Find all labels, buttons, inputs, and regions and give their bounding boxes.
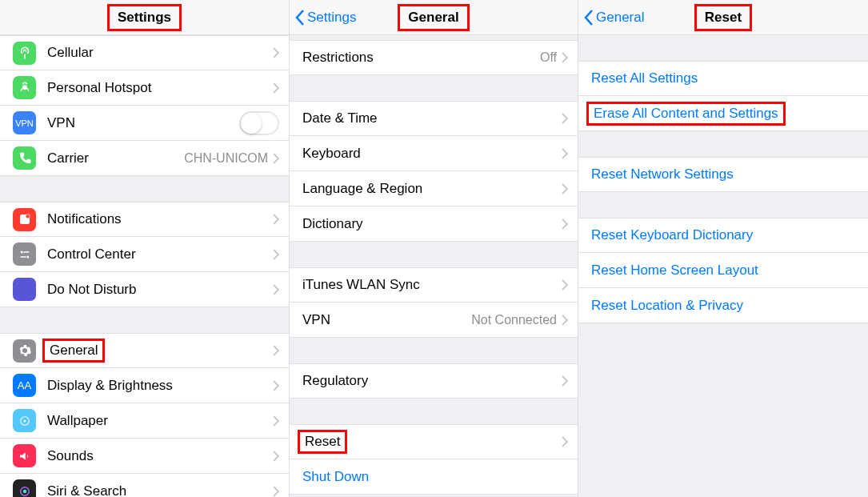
back-to-general[interactable]: General: [578, 9, 644, 26]
hotspot-label: Personal Hotspot: [47, 80, 151, 96]
general-navbar: Settings General: [290, 0, 578, 35]
vpn-toggle[interactable]: [239, 111, 279, 135]
back-settings-label: Settings: [307, 10, 356, 26]
chevron-right-icon: [273, 249, 279, 260]
settings-title-highlight: Settings: [107, 4, 182, 31]
chevron-right-icon: [273, 345, 279, 356]
chevron-right-icon: [273, 380, 279, 391]
row-erase-all[interactable]: Erase All Content and Settings: [578, 96, 868, 131]
vpn-status-value: Not Connected: [471, 313, 557, 327]
keyboard-label: Keyboard: [302, 146, 361, 162]
chevron-right-icon: [562, 183, 568, 194]
wallpaper-label: Wallpaper: [47, 413, 108, 429]
hotspot-icon: [13, 76, 36, 99]
chevron-right-icon: [273, 451, 279, 462]
vpn-status-label: VPN: [302, 312, 330, 328]
row-reset-home[interactable]: Reset Home Screen Layout: [578, 253, 868, 288]
chevron-right-icon: [562, 52, 568, 63]
svg-rect-3: [23, 251, 29, 253]
chevron-right-icon: [273, 284, 279, 295]
control-center-label: Control Center: [47, 246, 136, 263]
chevron-right-icon: [273, 82, 279, 94]
general-title-highlight: General: [398, 4, 469, 31]
row-hotspot[interactable]: Personal Hotspot: [0, 70, 289, 106]
row-reset-keyboard[interactable]: Reset Keyboard Dictionary: [578, 218, 868, 253]
vpn-icon: VPN: [13, 111, 36, 134]
display-icon: AA: [13, 374, 36, 397]
row-language[interactable]: Language & Region: [290, 171, 578, 206]
vpn-label: VPN: [47, 115, 75, 131]
row-itunes-sync[interactable]: iTunes WLAN Sync: [290, 267, 578, 303]
reset-content: Reset All Settings Erase All Content and…: [578, 35, 868, 497]
settings-navbar: Settings: [0, 0, 289, 35]
row-restrictions[interactable]: Restrictions Off: [290, 40, 578, 75]
siri-icon: [13, 479, 36, 497]
chevron-right-icon: [562, 279, 568, 291]
itunes-label: iTunes WLAN Sync: [302, 277, 420, 293]
row-display[interactable]: AA Display & Brightness: [0, 368, 289, 403]
settings-content: Cellular Personal Hotspot VPN VPN Carrie…: [0, 35, 289, 497]
erase-all-highlight: Erase All Content and Settings: [586, 102, 786, 126]
row-vpn[interactable]: VPN VPN: [0, 106, 289, 141]
chevron-right-icon: [562, 148, 568, 159]
control-center-icon: [13, 242, 36, 266]
chevron-right-icon: [273, 415, 279, 427]
carrier-label: Carrier: [47, 150, 89, 166]
reset-navbar: General Reset: [578, 0, 868, 35]
shutdown-label: Shut Down: [302, 469, 369, 485]
erase-all-label: Erase All Content and Settings: [591, 103, 781, 124]
svg-rect-5: [20, 256, 26, 258]
row-vpn-status[interactable]: VPN Not Connected: [290, 303, 578, 338]
wallpaper-icon: [13, 409, 36, 432]
reset-location-label: Reset Location & Privacy: [591, 298, 743, 314]
general-label: General: [47, 340, 100, 361]
row-siri[interactable]: Siri & Search: [0, 474, 289, 497]
dictionary-label: Dictionary: [302, 216, 363, 232]
row-general[interactable]: General: [0, 333, 289, 368]
row-reset-network[interactable]: Reset Network Settings: [578, 157, 868, 192]
row-reset-location[interactable]: Reset Location & Privacy: [578, 288, 868, 323]
row-datetime[interactable]: Date & Time: [290, 101, 578, 136]
row-notifications[interactable]: Notifications: [0, 202, 289, 237]
settings-panel: Settings Cellular Personal Hotspot VPN V…: [0, 0, 290, 497]
siri-label: Siri & Search: [47, 483, 126, 498]
svg-point-1: [26, 214, 30, 218]
chevron-right-icon: [562, 315, 568, 326]
general-icon: [13, 339, 36, 363]
row-sounds[interactable]: Sounds: [0, 439, 289, 474]
regulatory-label: Regulatory: [302, 373, 368, 389]
row-carrier[interactable]: Carrier CHN-UNICOM: [0, 141, 289, 176]
back-to-settings[interactable]: Settings: [290, 9, 356, 26]
reset-all-label: Reset All Settings: [591, 70, 698, 86]
row-wallpaper[interactable]: Wallpaper: [0, 403, 289, 439]
chevron-right-icon: [273, 47, 279, 58]
reset-label: Reset: [302, 431, 342, 452]
display-label: Display & Brightness: [47, 378, 173, 394]
chevron-right-icon: [562, 218, 568, 230]
dnd-label: Do Not Disturb: [47, 282, 136, 298]
general-highlight: General: [42, 339, 105, 363]
row-shutdown[interactable]: Shut Down: [290, 459, 578, 495]
row-reset[interactable]: Reset: [290, 424, 578, 459]
row-keyboard[interactable]: Keyboard: [290, 136, 578, 171]
svg-point-7: [23, 419, 26, 422]
language-label: Language & Region: [302, 181, 422, 197]
chevron-left-icon: [294, 9, 306, 26]
svg-point-4: [26, 255, 29, 258]
row-dictionary[interactable]: Dictionary: [290, 206, 578, 242]
chevron-right-icon: [273, 486, 279, 497]
chevron-right-icon: [562, 436, 568, 447]
sounds-icon: [13, 444, 36, 467]
notifications-label: Notifications: [47, 211, 122, 227]
reset-panel: General Reset Reset All Settings Erase A…: [578, 0, 868, 497]
row-cellular[interactable]: Cellular: [0, 35, 289, 70]
reset-network-label: Reset Network Settings: [591, 166, 734, 182]
cellular-label: Cellular: [47, 45, 94, 61]
chevron-right-icon: [562, 375, 568, 387]
row-regulatory[interactable]: Regulatory: [290, 363, 578, 399]
row-reset-all[interactable]: Reset All Settings: [578, 61, 868, 96]
row-control-center[interactable]: Control Center: [0, 237, 289, 272]
svg-point-9: [22, 489, 26, 493]
row-dnd[interactable]: Do Not Disturb: [0, 272, 289, 307]
restrictions-label: Restrictions: [302, 50, 374, 66]
